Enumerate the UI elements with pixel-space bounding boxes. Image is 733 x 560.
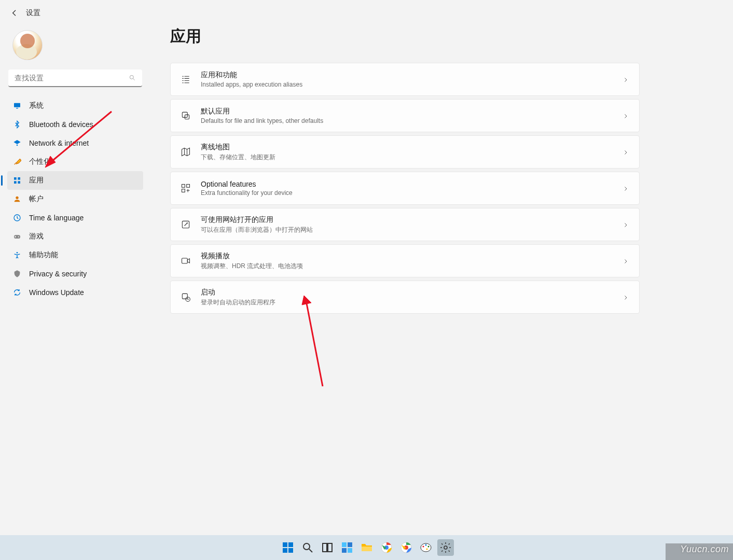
svg-rect-17	[187, 185, 190, 188]
sidebar-item-gaming[interactable]: 游戏	[7, 227, 143, 246]
account-icon	[12, 194, 22, 204]
search-icon	[129, 74, 137, 82]
video-icon	[180, 255, 191, 267]
svg-rect-35	[342, 542, 347, 547]
svg-point-31	[303, 543, 310, 550]
sidebar-item-label: 应用	[29, 176, 44, 185]
sidebar: 系统Bluetooth & devicesNetwork & internet个…	[0, 22, 150, 302]
settings-card-map[interactable]: 离线地图下载、存储位置、地图更新	[170, 135, 640, 169]
svg-point-0	[130, 75, 133, 79]
chrome-canary-icon[interactable]	[398, 539, 414, 556]
sidebar-item-label: 帐户	[29, 194, 44, 204]
search-input[interactable]	[8, 69, 142, 87]
sidebar-item-brush[interactable]: 个性化	[7, 152, 143, 171]
chevron-right-icon	[623, 185, 630, 192]
chevron-right-icon	[623, 148, 630, 156]
user-avatar[interactable]	[12, 30, 43, 60]
svg-rect-37	[342, 548, 347, 553]
svg-rect-33	[323, 543, 327, 552]
card-subtitle: 下载、存储位置、地图更新	[201, 153, 623, 162]
widgets-icon[interactable]	[339, 539, 355, 556]
apps-icon	[12, 176, 22, 185]
sidebar-item-privacy[interactable]: Privacy & security	[7, 264, 143, 283]
map-icon	[180, 146, 191, 158]
svg-rect-6	[18, 177, 20, 180]
sidebar-item-bluetooth[interactable]: Bluetooth & devices	[7, 115, 143, 134]
sidebar-item-time[interactable]: Time & language	[7, 208, 143, 227]
brush-icon	[12, 157, 22, 166]
sidebar-item-accessibility[interactable]: 辅助功能	[7, 246, 143, 264]
svg-rect-38	[348, 548, 352, 553]
settings-card-video[interactable]: 视频播放视频调整、HDR 流式处理、电池选项	[170, 244, 640, 277]
chevron-right-icon	[623, 76, 630, 83]
settings-card-list: 应用和功能Installed apps, app execution alias…	[170, 63, 640, 314]
start-button[interactable]	[280, 539, 296, 556]
svg-line-1	[133, 79, 135, 80]
sidebar-item-label: 系统	[29, 101, 44, 110]
card-text: Optional featuresExtra functionality for…	[201, 180, 623, 197]
svg-point-49	[444, 546, 447, 549]
svg-point-9	[16, 197, 18, 199]
startup-icon	[180, 291, 191, 303]
chrome-icon[interactable]	[378, 539, 395, 556]
sidebar-item-system[interactable]: 系统	[7, 96, 143, 115]
chevron-right-icon	[623, 221, 630, 228]
svg-point-47	[427, 546, 429, 548]
card-title: 可使用网站打开的应用	[201, 215, 623, 225]
settings-card-default[interactable]: 默认应用Defaults for file and link types, ot…	[170, 99, 640, 132]
card-subtitle: 视频调整、HDR 流式处理、电池选项	[201, 262, 623, 271]
settings-card-grid[interactable]: Optional featuresExtra functionality for…	[170, 172, 640, 205]
gaming-icon	[12, 232, 22, 241]
chevron-right-icon	[623, 293, 630, 301]
card-title: 应用和功能	[201, 71, 623, 80]
sidebar-item-label: 游戏	[29, 232, 44, 241]
svg-rect-5	[14, 177, 17, 180]
card-subtitle: 登录时自动启动的应用程序	[201, 298, 623, 307]
settings-card-startup[interactable]: 启动登录时自动启动的应用程序	[170, 281, 640, 314]
svg-rect-21	[182, 293, 187, 299]
svg-rect-27	[283, 542, 287, 547]
settings-taskbar-icon[interactable]	[437, 539, 454, 556]
sidebar-item-account[interactable]: 帐户	[7, 190, 143, 208]
main-content: 应用 应用和功能Installed apps, app execution al…	[170, 26, 640, 317]
sidebar-item-label: Privacy & security	[29, 270, 87, 278]
list-icon	[180, 74, 191, 85]
svg-rect-20	[182, 258, 188, 263]
svg-rect-7	[14, 181, 17, 184]
svg-point-4	[17, 145, 18, 146]
card-subtitle: 可以在应用（而非浏览器）中打开的网站	[201, 226, 623, 234]
card-text: 应用和功能Installed apps, app execution alias…	[201, 71, 623, 88]
taskbar	[0, 535, 733, 560]
settings-card-link[interactable]: 可使用网站打开的应用可以在应用（而非浏览器）中打开的网站	[170, 208, 640, 241]
card-title: Optional features	[201, 180, 623, 188]
task-view-icon[interactable]	[319, 539, 336, 556]
file-explorer-icon[interactable]	[358, 539, 375, 556]
default-icon	[180, 110, 191, 121]
card-title: 默认应用	[201, 107, 623, 116]
chevron-right-icon	[623, 257, 630, 264]
grid-icon	[180, 183, 191, 194]
settings-card-list[interactable]: 应用和功能Installed apps, app execution alias…	[170, 63, 640, 96]
header-title: 设置	[26, 8, 40, 18]
back-button[interactable]	[10, 9, 19, 17]
card-text: 默认应用Defaults for file and link types, ot…	[201, 107, 623, 124]
svg-rect-34	[328, 543, 332, 552]
card-text: 视频播放视频调整、HDR 流式处理、电池选项	[201, 251, 623, 271]
sidebar-item-apps[interactable]: 应用	[7, 171, 143, 190]
card-title: 离线地图	[201, 143, 623, 152]
svg-rect-30	[288, 548, 293, 553]
paint-icon[interactable]	[418, 539, 434, 556]
network-icon	[12, 138, 22, 148]
card-text: 离线地图下载、存储位置、地图更新	[201, 143, 623, 162]
search-box	[8, 69, 142, 87]
svg-point-13	[17, 252, 18, 254]
taskbar-search-icon[interactable]	[299, 539, 316, 556]
card-subtitle: Installed apps, app execution aliases	[201, 81, 623, 88]
sidebar-item-label: Bluetooth & devices	[29, 120, 93, 129]
svg-rect-8	[18, 181, 20, 184]
svg-point-45	[422, 546, 424, 548]
sidebar-item-update[interactable]: Windows Update	[7, 283, 143, 302]
privacy-icon	[12, 269, 22, 278]
sidebar-item-network[interactable]: Network & internet	[7, 134, 143, 152]
svg-rect-2	[14, 103, 20, 107]
